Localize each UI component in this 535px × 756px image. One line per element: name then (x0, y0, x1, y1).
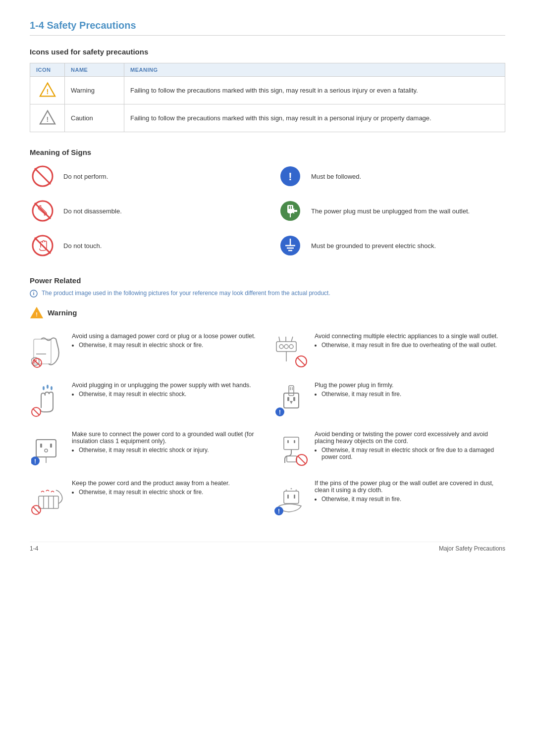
ground-icon (277, 233, 303, 258)
warn-item-damaged-cord: Avoid using a damaged power cord or plug… (30, 328, 263, 375)
warn-img-no-bend (272, 431, 310, 468)
warning-triangle-icon: ! (39, 82, 56, 98)
svg-rect-14 (288, 212, 292, 213)
svg-rect-64 (287, 456, 297, 462)
must-follow-icon: ! (277, 163, 303, 189)
svg-point-58 (45, 449, 48, 452)
svg-line-45 (33, 409, 39, 415)
warn-img-plug-firmly: ! (272, 382, 310, 419)
svg-point-76 (285, 489, 287, 491)
svg-line-40 (297, 357, 305, 365)
sign-unplug: The power plug must be unplugged from th… (277, 198, 505, 224)
power-related-title: Power Related (30, 276, 505, 285)
page-title: 1-4 Safety Precautions (30, 20, 505, 36)
warning-items-grid: Avoid using a damaged power cord or plug… (30, 328, 505, 522)
no-disassemble-icon (30, 198, 55, 224)
icons-table: ICON NAME MEANING ! Warning Failing to f… (30, 63, 505, 132)
info-note-text: The product image used in the following … (42, 290, 330, 297)
svg-rect-15 (290, 213, 291, 217)
warn-item-wet-hands: Avoid plugging in or unplugging the powe… (30, 377, 263, 424)
svg-text:!: ! (279, 409, 281, 416)
caution-name: Caution (65, 104, 124, 132)
svg-line-5 (35, 168, 51, 184)
svg-point-38 (289, 345, 293, 349)
sign-no-disassemble: Do not disassemble. (30, 198, 258, 224)
warn-content-no-bend: Avoid bending or twisting the power cord… (315, 431, 505, 460)
svg-text:!: ! (36, 311, 38, 317)
table-row: ! Caution Failing to follow the precauti… (30, 104, 505, 132)
svg-point-43 (51, 386, 53, 390)
warn-item-plug-firmly: ! Plug the power plug in firmly. Otherwi… (272, 377, 505, 424)
svg-line-18 (35, 238, 51, 253)
sign-unplug-text: The power plug must be unplugged from th… (311, 207, 470, 215)
warn-item-no-bend: Avoid bending or twisting the power cord… (272, 426, 505, 473)
warn-content-heater: Keep the power cord and the product away… (72, 480, 263, 496)
svg-rect-74 (287, 495, 289, 499)
caution-icon-cell: ! (30, 104, 65, 132)
icons-section-title: Icons used for safety precautions (30, 48, 505, 56)
sign-no-disassemble-text: Do not disassemble. (63, 207, 122, 215)
caution-triangle-icon: ! (39, 109, 56, 125)
svg-point-78 (295, 489, 297, 491)
warn-bullets-grounded-outlet: Otherwise, it may result in electric sho… (72, 447, 263, 454)
signs-grid: Do not perform. ! Must be followed. Do n… (30, 163, 505, 258)
sign-ground: Must be grounded to prevent electric sho… (277, 233, 505, 258)
svg-rect-62 (287, 440, 289, 443)
warn-img-wet-hands (30, 382, 67, 419)
warning-header: ! Warning (30, 306, 505, 319)
warn-bullets-no-bend: Otherwise, it may result in electric sho… (315, 447, 505, 460)
no-perform-icon (30, 163, 55, 189)
svg-rect-73 (284, 491, 299, 504)
warn-img-multiple-appliances (272, 333, 310, 370)
warn-content-wet-hands: Avoid plugging in or unplugging the powe… (72, 382, 263, 398)
no-touch-icon (30, 233, 55, 258)
svg-text:!: ! (34, 458, 36, 465)
warn-bullets-plug-firmly: Otherwise, it may result in fire. (315, 391, 505, 398)
svg-rect-49 (289, 386, 294, 396)
info-note-icon (30, 290, 38, 298)
svg-text:!: ! (46, 88, 49, 96)
svg-marker-52 (290, 401, 293, 404)
sign-no-perform: Do not perform. (30, 163, 258, 189)
page-footer: 1-4 Major Safety Precautions (30, 542, 505, 552)
warn-bullets-heater: Otherwise, it may result in electric sho… (72, 489, 263, 496)
warn-bullets-damaged-cord: Otherwise, it may result in electric sho… (72, 342, 263, 349)
svg-rect-12 (289, 206, 290, 209)
warn-content-damaged-cord: Avoid using a damaged power cord or plug… (72, 333, 263, 349)
footer-left: 1-4 (30, 545, 38, 552)
warning-label: Warning (48, 308, 77, 317)
svg-line-72 (33, 507, 39, 513)
svg-rect-47 (287, 397, 289, 401)
info-note: The product image used in the following … (30, 290, 505, 298)
unplug-icon (277, 198, 303, 224)
warning-header-icon: ! (30, 306, 44, 319)
svg-point-41 (43, 386, 45, 390)
table-row: ! Warning Failing to follow the precauti… (30, 77, 505, 104)
warn-content-multiple-appliances: Avoid connecting multiple electric appli… (315, 333, 505, 349)
sign-ground-text: Must be grounded to prevent electric sho… (311, 242, 436, 250)
svg-point-26 (33, 292, 34, 293)
warn-content-dusty-pins: If the pins of the power plug or the wal… (315, 480, 505, 503)
svg-point-77 (290, 488, 292, 489)
svg-rect-48 (293, 397, 295, 401)
sign-must-follow: ! Must be followed. (277, 163, 505, 189)
warning-icon-cell: ! (30, 77, 65, 104)
warn-item-multiple-appliances: Avoid connecting multiple electric appli… (272, 328, 505, 375)
sign-no-perform-text: Do not perform. (63, 173, 108, 180)
warn-bullets-multiple-appliances: Otherwise, it may result in fire due to … (315, 342, 505, 349)
svg-point-36 (279, 345, 283, 349)
svg-rect-61 (284, 437, 299, 450)
col-header-name: NAME (65, 63, 124, 77)
warn-item-dusty-pins: ! If the pins of the power plug or the w… (272, 475, 505, 522)
sign-no-touch-text: Do not touch. (63, 242, 102, 250)
svg-point-42 (47, 385, 49, 389)
warn-content-grounded-outlet: Make sure to connect the power cord to a… (72, 431, 263, 454)
svg-rect-63 (294, 440, 295, 443)
warn-content-plug-firmly: Plug the power plug in firmly. Otherwise… (315, 382, 505, 398)
svg-rect-56 (40, 444, 42, 448)
warn-bullets-wet-hands: Otherwise, it may result in electric sho… (72, 391, 263, 398)
svg-text:!: ! (288, 170, 292, 183)
meaning-of-signs-title: Meaning of Signs (30, 148, 505, 156)
warning-name: Warning (65, 77, 124, 104)
col-header-meaning: MEANING (124, 63, 505, 77)
